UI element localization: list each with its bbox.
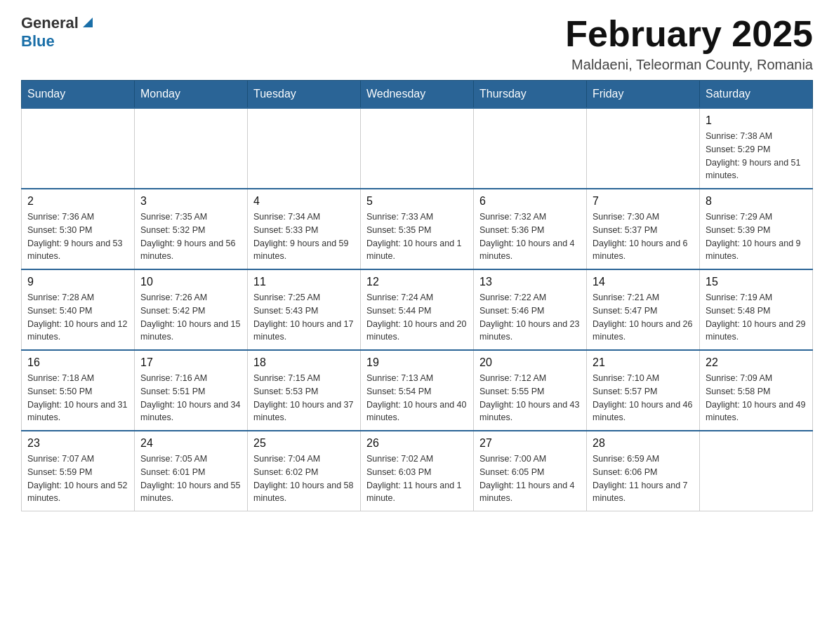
calendar-cell: 10Sunrise: 7:26 AM Sunset: 5:42 PM Dayli…: [135, 269, 248, 350]
day-info: Sunrise: 7:12 AM Sunset: 5:55 PM Dayligh…: [479, 372, 581, 424]
calendar-cell: [361, 108, 474, 189]
calendar-cell: 2Sunrise: 7:36 AM Sunset: 5:30 PM Daylig…: [22, 189, 135, 269]
day-number: 4: [253, 195, 355, 208]
calendar-cell: 7Sunrise: 7:30 AM Sunset: 5:37 PM Daylig…: [587, 189, 700, 269]
day-number: 7: [593, 195, 694, 208]
day-number: 25: [253, 437, 355, 450]
day-info: Sunrise: 7:35 AM Sunset: 5:32 PM Dayligh…: [140, 210, 241, 263]
calendar-cell: [22, 108, 135, 189]
day-info: Sunrise: 7:36 AM Sunset: 5:30 PM Dayligh…: [27, 210, 128, 263]
day-number: 14: [593, 276, 694, 288]
day-info: Sunrise: 7:18 AM Sunset: 5:50 PM Dayligh…: [27, 372, 128, 424]
calendar-cell: 1Sunrise: 7:38 AM Sunset: 5:29 PM Daylig…: [700, 108, 813, 189]
day-number: 2: [27, 195, 128, 208]
calendar-cell: 27Sunrise: 7:00 AM Sunset: 6:05 PM Dayli…: [474, 431, 587, 511]
day-info: Sunrise: 7:38 AM Sunset: 5:29 PM Dayligh…: [706, 130, 807, 182]
day-number: 1: [706, 114, 807, 127]
weekday-header-sunday: Sunday: [22, 81, 135, 109]
logo-triangle-icon: [80, 15, 95, 30]
calendar-cell: 24Sunrise: 7:05 AM Sunset: 6:01 PM Dayli…: [135, 431, 248, 511]
day-info: Sunrise: 7:02 AM Sunset: 6:03 PM Dayligh…: [366, 452, 468, 505]
day-info: Sunrise: 7:21 AM Sunset: 5:47 PM Dayligh…: [593, 291, 694, 344]
calendar-cell: 6Sunrise: 7:32 AM Sunset: 5:36 PM Daylig…: [474, 189, 587, 269]
calendar-cell: 18Sunrise: 7:15 AM Sunset: 5:53 PM Dayli…: [248, 350, 361, 431]
day-info: Sunrise: 7:29 AM Sunset: 5:39 PM Dayligh…: [706, 210, 807, 263]
day-number: 22: [706, 356, 807, 369]
calendar-cell: 26Sunrise: 7:02 AM Sunset: 6:03 PM Dayli…: [361, 431, 474, 511]
calendar-cell: 19Sunrise: 7:13 AM Sunset: 5:54 PM Dayli…: [361, 350, 474, 431]
day-info: Sunrise: 7:00 AM Sunset: 6:05 PM Dayligh…: [479, 452, 581, 505]
logo-general-text: General: [21, 14, 79, 32]
day-info: Sunrise: 7:25 AM Sunset: 5:43 PM Dayligh…: [253, 291, 355, 344]
day-number: 17: [140, 356, 241, 369]
day-number: 9: [27, 276, 128, 288]
weekday-header-saturday: Saturday: [700, 81, 813, 109]
calendar-cell: 20Sunrise: 7:12 AM Sunset: 5:55 PM Dayli…: [474, 350, 587, 431]
logo: General Blue: [21, 14, 95, 51]
calendar-table: SundayMondayTuesdayWednesdayThursdayFrid…: [21, 80, 813, 511]
day-info: Sunrise: 7:19 AM Sunset: 5:48 PM Dayligh…: [706, 291, 807, 344]
weekday-header-monday: Monday: [135, 81, 248, 109]
calendar-cell: 4Sunrise: 7:34 AM Sunset: 5:33 PM Daylig…: [248, 189, 361, 269]
day-number: 24: [140, 437, 241, 450]
day-info: Sunrise: 7:04 AM Sunset: 6:02 PM Dayligh…: [253, 452, 355, 505]
calendar-week-row: 1Sunrise: 7:38 AM Sunset: 5:29 PM Daylig…: [22, 108, 813, 189]
day-number: 15: [706, 276, 807, 288]
day-number: 23: [27, 437, 128, 450]
day-info: Sunrise: 7:10 AM Sunset: 5:57 PM Dayligh…: [593, 372, 694, 424]
day-number: 8: [706, 195, 807, 208]
day-number: 10: [140, 276, 241, 288]
calendar-cell: 21Sunrise: 7:10 AM Sunset: 5:57 PM Dayli…: [587, 350, 700, 431]
calendar-cell: 16Sunrise: 7:18 AM Sunset: 5:50 PM Dayli…: [22, 350, 135, 431]
location-subtitle: Maldaeni, Teleorman County, Romania: [565, 57, 813, 73]
day-number: 20: [479, 356, 581, 369]
day-info: Sunrise: 6:59 AM Sunset: 6:06 PM Dayligh…: [593, 452, 694, 505]
calendar-cell: 12Sunrise: 7:24 AM Sunset: 5:44 PM Dayli…: [361, 269, 474, 350]
day-info: Sunrise: 7:05 AM Sunset: 6:01 PM Dayligh…: [140, 452, 241, 505]
day-info: Sunrise: 7:34 AM Sunset: 5:33 PM Dayligh…: [253, 210, 355, 263]
page-header: General Blue February 2025 Maldaeni, Tel…: [21, 14, 813, 73]
day-number: 21: [593, 356, 694, 369]
calendar-week-row: 23Sunrise: 7:07 AM Sunset: 5:59 PM Dayli…: [22, 431, 813, 511]
day-number: 13: [479, 276, 581, 288]
title-block: February 2025 Maldaeni, Teleorman County…: [565, 14, 813, 73]
day-number: 27: [479, 437, 581, 450]
day-number: 19: [366, 356, 468, 369]
day-number: 6: [479, 195, 581, 208]
day-info: Sunrise: 7:16 AM Sunset: 5:51 PM Dayligh…: [140, 372, 241, 424]
calendar-cell: 15Sunrise: 7:19 AM Sunset: 5:48 PM Dayli…: [700, 269, 813, 350]
calendar-week-row: 16Sunrise: 7:18 AM Sunset: 5:50 PM Dayli…: [22, 350, 813, 431]
day-info: Sunrise: 7:28 AM Sunset: 5:40 PM Dayligh…: [27, 291, 128, 344]
day-info: Sunrise: 7:13 AM Sunset: 5:54 PM Dayligh…: [366, 372, 468, 424]
calendar-cell: 8Sunrise: 7:29 AM Sunset: 5:39 PM Daylig…: [700, 189, 813, 269]
logo-blue-text: Blue: [21, 32, 55, 50]
weekday-header-friday: Friday: [587, 81, 700, 109]
calendar-cell: 17Sunrise: 7:16 AM Sunset: 5:51 PM Dayli…: [135, 350, 248, 431]
day-info: Sunrise: 7:07 AM Sunset: 5:59 PM Dayligh…: [27, 452, 128, 505]
day-number: 18: [253, 356, 355, 369]
day-info: Sunrise: 7:33 AM Sunset: 5:35 PM Dayligh…: [366, 210, 468, 263]
day-number: 28: [593, 437, 694, 450]
weekday-header-row: SundayMondayTuesdayWednesdayThursdayFrid…: [22, 81, 813, 109]
calendar-cell: 13Sunrise: 7:22 AM Sunset: 5:46 PM Dayli…: [474, 269, 587, 350]
weekday-header-tuesday: Tuesday: [248, 81, 361, 109]
calendar-cell: 23Sunrise: 7:07 AM Sunset: 5:59 PM Dayli…: [22, 431, 135, 511]
svg-marker-0: [83, 18, 93, 27]
calendar-cell: [474, 108, 587, 189]
calendar-cell: 11Sunrise: 7:25 AM Sunset: 5:43 PM Dayli…: [248, 269, 361, 350]
day-info: Sunrise: 7:32 AM Sunset: 5:36 PM Dayligh…: [479, 210, 581, 263]
calendar-cell: 9Sunrise: 7:28 AM Sunset: 5:40 PM Daylig…: [22, 269, 135, 350]
day-number: 12: [366, 276, 468, 288]
day-number: 5: [366, 195, 468, 208]
calendar-cell: 25Sunrise: 7:04 AM Sunset: 6:02 PM Dayli…: [248, 431, 361, 511]
day-info: Sunrise: 7:26 AM Sunset: 5:42 PM Dayligh…: [140, 291, 241, 344]
month-title: February 2025: [565, 14, 813, 54]
day-number: 16: [27, 356, 128, 369]
calendar-cell: 28Sunrise: 6:59 AM Sunset: 6:06 PM Dayli…: [587, 431, 700, 511]
calendar-cell: 22Sunrise: 7:09 AM Sunset: 5:58 PM Dayli…: [700, 350, 813, 431]
calendar-cell: [248, 108, 361, 189]
day-info: Sunrise: 7:15 AM Sunset: 5:53 PM Dayligh…: [253, 372, 355, 424]
calendar-cell: [135, 108, 248, 189]
day-info: Sunrise: 7:22 AM Sunset: 5:46 PM Dayligh…: [479, 291, 581, 344]
calendar-cell: 5Sunrise: 7:33 AM Sunset: 5:35 PM Daylig…: [361, 189, 474, 269]
